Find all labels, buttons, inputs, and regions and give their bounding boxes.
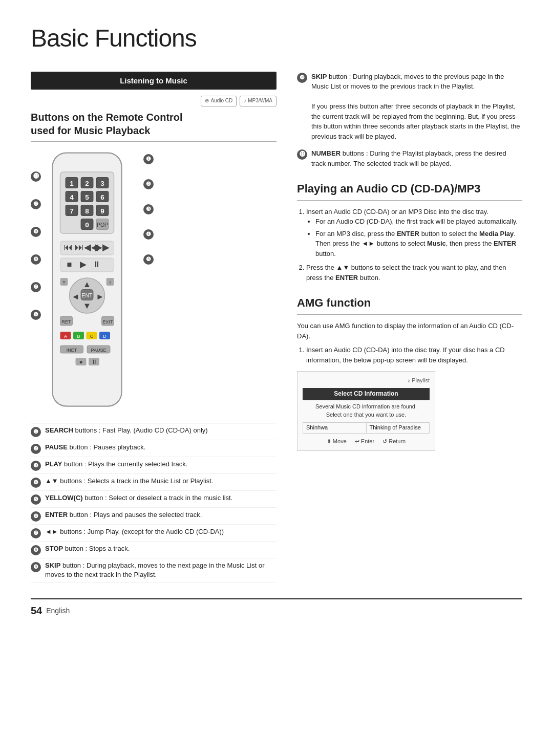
svg-text:4: 4 [70, 193, 74, 201]
label-9-left: ❾ [31, 227, 41, 237]
svg-text:●: ● [79, 358, 82, 365]
legend-row-4: ❹ ▲▼ buttons : Selects a track in the Mu… [31, 474, 276, 491]
amg-footer-return: ↺ Return [382, 438, 406, 446]
svg-text:⏭: ⏭ [75, 242, 84, 252]
circle-10: ❿ [31, 199, 41, 209]
legend-text-3: PLAY button : Plays the currently select… [45, 460, 187, 469]
legend-text-2: PAUSE button : Pauses playback. [45, 443, 145, 452]
remote-area: ⓫ ❿ ❾ ❽ ❼ ❻ [31, 149, 276, 413]
svg-text:RET: RET [62, 319, 72, 324]
legend-row-6: ❻ ENTER button : Plays and pauses the se… [31, 508, 276, 525]
svg-text:▶: ▶ [80, 260, 87, 269]
legend-circle-9: ❾ [31, 562, 41, 572]
legend-text-9: SKIP button : During playback, moves to … [45, 561, 276, 579]
amg-popup-artist: Shinhwa [303, 423, 367, 433]
circle-6: ❻ [31, 310, 41, 320]
circle-7: ❼ [31, 282, 41, 292]
amg-description: You can use AMG function to display the … [297, 321, 522, 341]
svg-text:7: 7 [70, 207, 74, 215]
circle-10-right: ❿ [297, 73, 307, 83]
step-1-bullet-2: For an MP3 disc, press the ENTER button … [315, 229, 522, 259]
svg-text:1: 1 [70, 180, 74, 187]
playing-steps: Insert an Audio CD (CD-DA) or an MP3 Dis… [297, 207, 522, 283]
svg-text:I: I [110, 280, 111, 285]
legend-circle-2: ❷ [31, 444, 41, 454]
amg-popup-album: Thinking of Paradise [367, 423, 430, 433]
legend-table: ❶ SEARCH buttons : Fast Play. (Audio CD … [31, 423, 276, 582]
legend-circle-5: ❺ [31, 494, 41, 505]
amg-popup-title: Select CD Information [303, 388, 430, 400]
legend-text-6: ENTER button : Plays and pauses the sele… [45, 510, 202, 520]
page-footer: 54 English [31, 598, 522, 618]
svg-text:▲: ▲ [83, 279, 91, 289]
svg-text:►: ► [96, 292, 104, 301]
svg-text:◄: ◄ [71, 292, 79, 301]
svg-text:INET: INET [67, 348, 77, 353]
legend-row-8: ❽ STOP button : Stops a track. [31, 542, 276, 558]
svg-text:6: 6 [100, 193, 104, 201]
page-number: 54 [31, 603, 42, 618]
label-10-left: ❿ [31, 199, 41, 209]
legend-text-8: STOP button : Stops a track. [45, 544, 130, 553]
legend-circle-6: ❻ [31, 511, 41, 522]
amg-step-1: Insert an Audio CD (CD-DA) into the disc… [306, 345, 522, 365]
label-5-right: ❺ [143, 254, 154, 265]
skip-block-11: ⓫ NUMBER buttons : During the Playlist p… [297, 148, 522, 168]
remote-image: 1 2 3 4 5 6 7 8 [41, 149, 143, 413]
skip-text-10: SKIP button : During playback, moves to … [311, 72, 522, 142]
cd-icon: ⊕ [205, 97, 209, 105]
step-1-bullets: For an Audio CD (CD-DA), the first track… [306, 217, 522, 258]
svg-text:⏮: ⏮ [63, 242, 73, 252]
right-column: ❿ SKIP button : During playback, moves t… [297, 72, 522, 583]
amg-popup: ♪ Playlist Select CD Information Several… [297, 371, 435, 451]
label-4-right: ❹ [143, 229, 154, 240]
remote-svg: 1 2 3 4 5 6 7 8 [41, 149, 133, 410]
circle-5: ❺ [143, 254, 154, 265]
mp3-badge: ♪ MP3/WMA [240, 96, 276, 106]
amg-popup-header: ♪ Playlist [303, 377, 430, 385]
amg-footer-enter: ↩ Enter [355, 438, 374, 446]
legend-row-1: ❶ SEARCH buttons : Fast Play. (Audio CD … [31, 423, 276, 440]
legend-text-4: ▲▼ buttons : Selects a track in the Musi… [45, 477, 213, 486]
legend-text-1: SEARCH buttons : Fast Play. (Audio CD (C… [45, 426, 208, 435]
legend-row-3: ❸ PLAY button : Plays the currently sele… [31, 457, 276, 474]
legend-circle-8: ❽ [31, 545, 41, 555]
svg-text:C: C [90, 334, 94, 339]
circle-1: ❶ [143, 154, 154, 164]
label-11-left: ⓫ [31, 171, 41, 182]
legend-circle-4: ❹ [31, 478, 41, 488]
legend-circle-7: ❼ [31, 528, 41, 538]
playing-step-2: Press the ▲▼ buttons to select the track… [306, 263, 522, 283]
svg-text:■: ■ [67, 260, 72, 269]
amg-popup-footer: ⬆ Move ↩ Enter ↺ Return [303, 438, 430, 446]
svg-text:B: B [77, 334, 80, 339]
legend-row-5: ❺ YELLOW(C) button : Select or deselect … [31, 491, 276, 508]
svg-text:8: 8 [85, 207, 89, 215]
playing-divider [297, 200, 522, 201]
svg-text:POP: POP [97, 221, 108, 227]
page-title: Basic Functions [31, 20, 522, 56]
legend-text-5: YELLOW(C) button : Select or deselect a … [45, 493, 232, 503]
svg-text:T: T [62, 280, 66, 285]
label-1-right: ❶ [143, 154, 154, 164]
remote-right-labels: ❶ ❷ ❸ ❹ ❺ [143, 149, 154, 268]
listening-banner: Listening to Music [31, 72, 276, 90]
svg-text:ENT: ENT [82, 292, 93, 298]
legend-row-7: ❼ ◄► buttons : Jump Play. (except for th… [31, 525, 276, 542]
legend-circle-1: ❶ [31, 427, 41, 437]
circle-11-right: ⓫ [297, 149, 307, 160]
skip-block-10: ❿ SKIP button : During playback, moves t… [297, 72, 522, 142]
label-6-left: ❻ [31, 310, 41, 320]
circle-2: ❷ [143, 179, 154, 189]
skip-text-11: NUMBER buttons : During the Playlist pla… [311, 148, 522, 168]
svg-text:D: D [103, 334, 107, 339]
icon-row: ⊕ Audio CD ♪ MP3/WMA [31, 96, 276, 106]
circle-3: ❸ [143, 204, 154, 214]
amg-popup-desc: Several Music CD information are found.S… [303, 403, 430, 419]
left-column: Listening to Music ⊕ Audio CD ♪ MP3/WMA … [31, 72, 276, 583]
label-8-left: ❽ [31, 254, 41, 265]
playing-step-1: Insert an Audio CD (CD-DA) or an MP3 Dis… [306, 207, 522, 259]
music-icon: ♪ [244, 97, 246, 105]
label-7-left: ❼ [31, 282, 41, 292]
svg-text:3: 3 [100, 180, 104, 187]
